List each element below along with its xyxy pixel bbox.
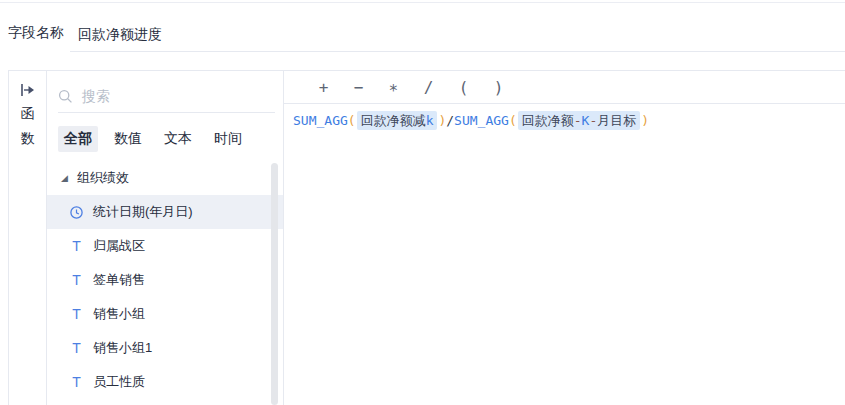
text-field-icon: T bbox=[69, 273, 84, 287]
operator-minus-button[interactable]: − bbox=[341, 78, 376, 97]
top-divider bbox=[0, 2, 845, 3]
operator-asterisk-button[interactable]: ∗ bbox=[376, 78, 411, 97]
tree-item[interactable]: T员工性质 bbox=[47, 365, 283, 399]
date-field-icon bbox=[69, 205, 84, 220]
tree-group-row[interactable]: ◢组织绩效 bbox=[47, 161, 283, 195]
formula-editor-panel: 函数 搜索 全部数值文本时间 ◢组织绩效统计日期(年月日)T归属战区T签单销售T… bbox=[8, 70, 845, 405]
formula-operator: / bbox=[446, 113, 454, 128]
tab-all[interactable]: 全部 bbox=[58, 126, 98, 152]
tree-item[interactable]: T销售小组 bbox=[47, 297, 283, 331]
field-token-chip: 回款净额-K-月目标 bbox=[518, 111, 640, 130]
field-name-input[interactable]: 回款净额进度 bbox=[70, 18, 845, 52]
expand-panel-icon[interactable] bbox=[20, 83, 36, 97]
formula-paren: ) bbox=[641, 113, 649, 128]
functions-tab-vertical[interactable]: 函数 bbox=[20, 101, 36, 151]
tree-item-label: 归属战区 bbox=[93, 237, 145, 255]
operator-close-paren-button[interactable]: ) bbox=[481, 78, 516, 97]
formula-paren: ( bbox=[348, 113, 356, 128]
tree-item-label: 签单销售 bbox=[93, 271, 145, 289]
formula-function-name: SUM_AGG bbox=[454, 113, 509, 128]
tree-item-label: 销售小组1 bbox=[93, 339, 152, 357]
formula-paren: ( bbox=[509, 113, 517, 128]
tree-item[interactable]: T销售小组1 bbox=[47, 331, 283, 365]
field-name-value: 回款净额进度 bbox=[78, 26, 162, 42]
text-field-icon: T bbox=[69, 341, 84, 355]
tab-text[interactable]: 文本 bbox=[158, 126, 198, 152]
field-token-text: - bbox=[574, 113, 582, 128]
field-token-text: 回款净额减 bbox=[361, 113, 426, 128]
search-icon bbox=[58, 89, 73, 104]
search-input[interactable]: 搜索 bbox=[58, 81, 275, 113]
tree-item-label: 统计日期(年月日) bbox=[93, 203, 193, 221]
field-token-text: k bbox=[426, 113, 434, 128]
search-placeholder: 搜索 bbox=[82, 88, 110, 106]
formula-function-name: SUM_AGG bbox=[293, 113, 348, 128]
field-tree: ◢组织绩效统计日期(年月日)T归属战区T签单销售T销售小组T销售小组1T员工性质 bbox=[47, 161, 283, 399]
scrollbar-thumb[interactable] bbox=[271, 163, 278, 405]
text-field-icon: T bbox=[69, 375, 84, 389]
tree-group-label: 组织绩效 bbox=[77, 169, 129, 187]
operator-divide-button[interactable]: / bbox=[411, 78, 446, 97]
field-list-panel: 搜索 全部数值文本时间 ◢组织绩效统计日期(年月日)T归属战区T签单销售T销售小… bbox=[47, 71, 284, 405]
formula-panel: +−∗/() SUM_AGG(回款净额减k)/SUM_AGG(回款净额-K-月目… bbox=[284, 71, 845, 405]
tab-time[interactable]: 时间 bbox=[208, 126, 248, 152]
operator-plus-button[interactable]: + bbox=[306, 78, 341, 97]
tree-item[interactable]: T签单销售 bbox=[47, 263, 283, 297]
operator-open-paren-button[interactable]: ( bbox=[446, 78, 481, 97]
tree-item-label: 员工性质 bbox=[93, 373, 145, 391]
operator-toolbar: +−∗/() bbox=[284, 71, 845, 104]
tree-expand-icon: ◢ bbox=[61, 174, 68, 183]
field-token-text: 回款净额 bbox=[522, 113, 574, 128]
tree-item-label: 销售小组 bbox=[93, 305, 145, 323]
field-name-label: 字段名称 bbox=[8, 24, 64, 42]
tree-item[interactable]: 统计日期(年月日) bbox=[47, 195, 283, 229]
tab-numeric[interactable]: 数值 bbox=[108, 126, 148, 152]
formula-code-editor[interactable]: SUM_AGG(回款净额减k)/SUM_AGG(回款净额-K-月目标) bbox=[284, 104, 845, 405]
function-rail: 函数 bbox=[9, 71, 47, 405]
text-field-icon: T bbox=[69, 307, 84, 321]
text-field-icon: T bbox=[69, 239, 84, 253]
tree-item[interactable]: T归属战区 bbox=[47, 229, 283, 263]
field-token-text: 月目标 bbox=[597, 113, 636, 128]
field-type-tabs: 全部数值文本时间 bbox=[58, 126, 248, 152]
field-token-chip: 回款净额减k bbox=[357, 111, 438, 130]
